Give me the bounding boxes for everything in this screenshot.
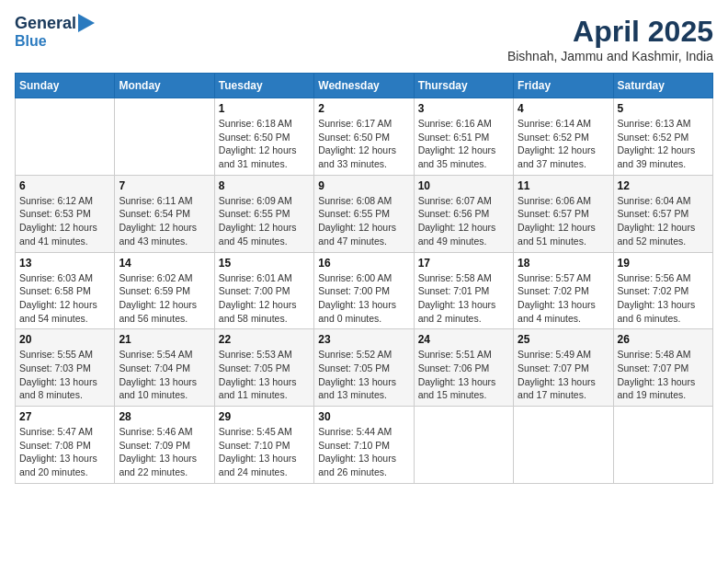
day-of-week-header: Wednesday: [314, 74, 414, 98]
day-number: 9: [318, 179, 409, 192]
day-number: 21: [119, 333, 210, 346]
day-number: 4: [518, 102, 609, 115]
day-info: Sunrise: 5:49 AM Sunset: 7:07 PM Dayligh…: [518, 348, 609, 402]
day-number: 22: [219, 333, 310, 346]
calendar-cell: 11Sunrise: 6:06 AM Sunset: 6:57 PM Dayli…: [514, 175, 613, 252]
day-info: Sunrise: 6:12 AM Sunset: 6:53 PM Dayligh…: [19, 194, 110, 248]
month-title: April 2025: [507, 15, 713, 49]
days-of-week-row: SundayMondayTuesdayWednesdayThursdayFrid…: [16, 74, 713, 98]
location-subtitle: Bishnah, Jammu and Kashmir, India: [507, 49, 713, 63]
calendar-cell: [16, 98, 115, 176]
day-number: 16: [318, 257, 409, 270]
day-info: Sunrise: 5:55 AM Sunset: 7:03 PM Dayligh…: [19, 348, 110, 402]
day-number: 26: [618, 333, 709, 346]
day-number: 3: [418, 102, 509, 115]
calendar-cell: 18Sunrise: 5:57 AM Sunset: 7:02 PM Dayli…: [514, 252, 613, 329]
day-info: Sunrise: 5:53 AM Sunset: 7:05 PM Dayligh…: [219, 348, 310, 402]
day-info: Sunrise: 5:58 AM Sunset: 7:01 PM Dayligh…: [418, 271, 509, 326]
day-info: Sunrise: 5:44 AM Sunset: 7:10 PM Dayligh…: [318, 425, 409, 479]
day-number: 12: [618, 179, 709, 192]
day-of-week-header: Tuesday: [214, 74, 313, 98]
day-of-week-header: Saturday: [613, 74, 712, 98]
calendar-cell: [115, 98, 214, 176]
day-number: 17: [418, 257, 509, 270]
calendar-week-row: 20Sunrise: 5:55 AM Sunset: 7:03 PM Dayli…: [16, 329, 713, 407]
day-number: 15: [219, 257, 310, 270]
calendar-cell: 17Sunrise: 5:58 AM Sunset: 7:01 PM Dayli…: [414, 252, 513, 329]
day-info: Sunrise: 5:54 AM Sunset: 7:04 PM Dayligh…: [119, 348, 210, 402]
svg-marker-0: [78, 14, 95, 32]
day-info: Sunrise: 5:48 AM Sunset: 7:07 PM Dayligh…: [618, 348, 709, 402]
day-info: Sunrise: 6:07 AM Sunset: 6:56 PM Dayligh…: [418, 194, 509, 248]
logo-arrow-icon: [78, 14, 95, 32]
day-number: 30: [318, 410, 409, 423]
calendar-week-row: 1Sunrise: 6:18 AM Sunset: 6:50 PM Daylig…: [16, 98, 713, 176]
day-info: Sunrise: 6:02 AM Sunset: 6:59 PM Dayligh…: [119, 271, 210, 326]
logo-blue: Blue: [15, 33, 47, 50]
calendar-cell: 28Sunrise: 5:46 AM Sunset: 7:09 PM Dayli…: [115, 407, 214, 484]
day-info: Sunrise: 6:14 AM Sunset: 6:52 PM Dayligh…: [518, 117, 609, 171]
calendar-cell: 7Sunrise: 6:11 AM Sunset: 6:54 PM Daylig…: [115, 175, 214, 252]
calendar-week-row: 13Sunrise: 6:03 AM Sunset: 6:58 PM Dayli…: [16, 252, 713, 329]
calendar-week-row: 27Sunrise: 5:47 AM Sunset: 7:08 PM Dayli…: [16, 407, 713, 484]
day-info: Sunrise: 5:45 AM Sunset: 7:10 PM Dayligh…: [219, 425, 310, 479]
logo-general: General: [15, 15, 76, 33]
calendar: SundayMondayTuesdayWednesdayThursdayFrid…: [15, 73, 713, 484]
title-area: April 2025 Bishnah, Jammu and Kashmir, I…: [507, 15, 713, 63]
day-info: Sunrise: 5:51 AM Sunset: 7:06 PM Dayligh…: [418, 348, 509, 402]
day-info: Sunrise: 6:13 AM Sunset: 6:52 PM Dayligh…: [618, 117, 709, 171]
day-number: 25: [518, 333, 609, 346]
calendar-cell: 29Sunrise: 5:45 AM Sunset: 7:10 PM Dayli…: [214, 407, 313, 484]
calendar-cell: 2Sunrise: 6:17 AM Sunset: 6:50 PM Daylig…: [314, 98, 414, 176]
day-number: 11: [518, 179, 609, 192]
calendar-cell: 14Sunrise: 6:02 AM Sunset: 6:59 PM Dayli…: [115, 252, 214, 329]
day-number: 27: [19, 410, 110, 423]
day-number: 13: [19, 257, 110, 270]
day-info: Sunrise: 5:52 AM Sunset: 7:05 PM Dayligh…: [318, 348, 409, 402]
day-number: 24: [418, 333, 509, 346]
calendar-body: 1Sunrise: 6:18 AM Sunset: 6:50 PM Daylig…: [16, 98, 713, 484]
day-number: 7: [119, 179, 210, 192]
calendar-cell: 30Sunrise: 5:44 AM Sunset: 7:10 PM Dayli…: [314, 407, 414, 484]
day-number: 1: [219, 102, 310, 115]
calendar-cell: [613, 407, 712, 484]
calendar-cell: 23Sunrise: 5:52 AM Sunset: 7:05 PM Dayli…: [314, 329, 414, 407]
day-info: Sunrise: 5:56 AM Sunset: 7:02 PM Dayligh…: [618, 271, 709, 326]
day-number: 10: [418, 179, 509, 192]
day-number: 5: [618, 102, 709, 115]
calendar-cell: 19Sunrise: 5:56 AM Sunset: 7:02 PM Dayli…: [613, 252, 712, 329]
day-number: 8: [219, 179, 310, 192]
day-number: 18: [518, 257, 609, 270]
calendar-cell: [414, 407, 513, 484]
day-info: Sunrise: 6:16 AM Sunset: 6:51 PM Dayligh…: [418, 117, 509, 171]
header: General Blue April 2025 Bishnah, Jammu a…: [15, 15, 713, 63]
calendar-cell: 16Sunrise: 6:00 AM Sunset: 7:00 PM Dayli…: [314, 252, 414, 329]
day-info: Sunrise: 6:04 AM Sunset: 6:57 PM Dayligh…: [618, 194, 709, 248]
day-info: Sunrise: 5:46 AM Sunset: 7:09 PM Dayligh…: [119, 425, 210, 479]
calendar-cell: 27Sunrise: 5:47 AM Sunset: 7:08 PM Dayli…: [16, 407, 115, 484]
calendar-cell: 20Sunrise: 5:55 AM Sunset: 7:03 PM Dayli…: [16, 329, 115, 407]
day-of-week-header: Friday: [514, 74, 613, 98]
calendar-cell: 10Sunrise: 6:07 AM Sunset: 6:56 PM Dayli…: [414, 175, 513, 252]
day-number: 23: [318, 333, 409, 346]
day-info: Sunrise: 6:03 AM Sunset: 6:58 PM Dayligh…: [19, 271, 110, 326]
day-number: 14: [119, 257, 210, 270]
calendar-cell: 3Sunrise: 6:16 AM Sunset: 6:51 PM Daylig…: [414, 98, 513, 176]
day-of-week-header: Monday: [115, 74, 214, 98]
calendar-cell: 15Sunrise: 6:01 AM Sunset: 7:00 PM Dayli…: [214, 252, 313, 329]
calendar-cell: 24Sunrise: 5:51 AM Sunset: 7:06 PM Dayli…: [414, 329, 513, 407]
calendar-cell: 26Sunrise: 5:48 AM Sunset: 7:07 PM Dayli…: [613, 329, 712, 407]
day-info: Sunrise: 6:18 AM Sunset: 6:50 PM Dayligh…: [219, 117, 310, 171]
calendar-cell: 4Sunrise: 6:14 AM Sunset: 6:52 PM Daylig…: [514, 98, 613, 176]
calendar-cell: 9Sunrise: 6:08 AM Sunset: 6:55 PM Daylig…: [314, 175, 414, 252]
calendar-week-row: 6Sunrise: 6:12 AM Sunset: 6:53 PM Daylig…: [16, 175, 713, 252]
day-info: Sunrise: 5:57 AM Sunset: 7:02 PM Dayligh…: [518, 271, 609, 326]
day-info: Sunrise: 6:01 AM Sunset: 7:00 PM Dayligh…: [219, 271, 310, 326]
day-info: Sunrise: 6:00 AM Sunset: 7:00 PM Dayligh…: [318, 271, 409, 326]
day-info: Sunrise: 6:08 AM Sunset: 6:55 PM Dayligh…: [318, 194, 409, 248]
day-number: 29: [219, 410, 310, 423]
day-info: Sunrise: 6:17 AM Sunset: 6:50 PM Dayligh…: [318, 117, 409, 171]
calendar-cell: 5Sunrise: 6:13 AM Sunset: 6:52 PM Daylig…: [613, 98, 712, 176]
logo: General Blue: [15, 15, 95, 49]
calendar-cell: 25Sunrise: 5:49 AM Sunset: 7:07 PM Dayli…: [514, 329, 613, 407]
